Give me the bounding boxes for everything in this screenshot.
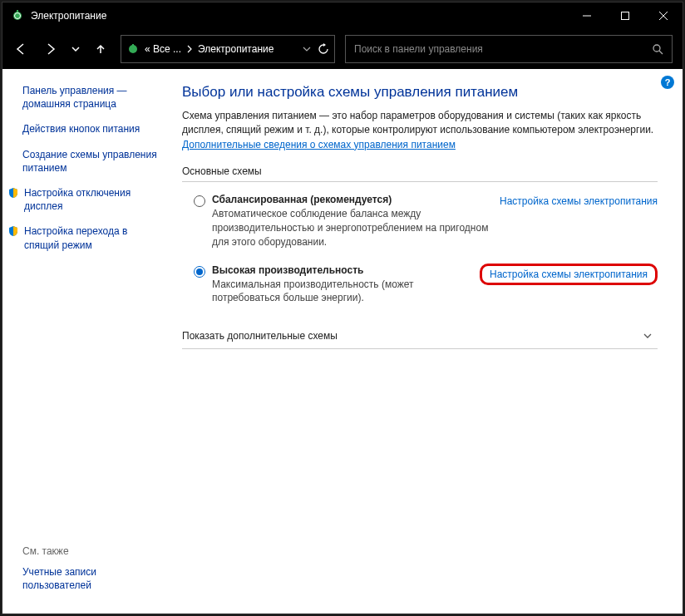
address-bar[interactable]: « Все ... Электропитание bbox=[121, 35, 335, 63]
sidebar-item-create-plan[interactable]: Создание схемы управления питанием bbox=[22, 148, 164, 175]
sidebar-item-label: Настройка перехода в спящий режим bbox=[24, 224, 164, 251]
plan-name: Сбалансированная (рекомендуется) bbox=[212, 194, 493, 205]
page-description: Схема управления питанием — это набор па… bbox=[182, 109, 658, 152]
radio-high-performance[interactable] bbox=[194, 266, 205, 278]
forward-button[interactable] bbox=[37, 36, 64, 62]
back-button[interactable] bbox=[7, 36, 34, 62]
refresh-button[interactable] bbox=[318, 43, 329, 55]
plan-name: Высокая производительность bbox=[212, 264, 473, 276]
close-button[interactable] bbox=[644, 2, 683, 29]
navbar: « Все ... Электропитание bbox=[2, 29, 683, 69]
svg-rect-8 bbox=[132, 44, 134, 48]
svg-line-10 bbox=[659, 51, 663, 54]
sidebar-home-link[interactable]: Панель управления — домашняя страница bbox=[22, 84, 164, 111]
plan-balanced[interactable]: Сбалансированная (рекомендуется) Автомат… bbox=[182, 190, 658, 252]
maximize-button[interactable] bbox=[606, 2, 644, 29]
plan-desc: Максимальная производительность (может п… bbox=[212, 278, 473, 306]
plan-settings-link[interactable]: Настройка схемы электропитания bbox=[500, 195, 658, 207]
up-button[interactable] bbox=[87, 36, 114, 62]
plan-high-performance[interactable]: Высокая производительность Максимальная … bbox=[182, 261, 658, 309]
titlebar: Электропитание bbox=[2, 2, 683, 29]
search-icon bbox=[652, 43, 663, 55]
shield-icon bbox=[7, 225, 19, 237]
radio-balanced[interactable] bbox=[194, 195, 205, 207]
svg-point-9 bbox=[653, 45, 660, 52]
svg-rect-4 bbox=[622, 12, 629, 20]
see-also-label: См. также bbox=[22, 545, 164, 557]
section-header: Основные схемы bbox=[182, 165, 658, 182]
expand-label: Показать дополнительные схемы bbox=[182, 330, 338, 342]
app-icon bbox=[11, 9, 24, 22]
address-icon bbox=[126, 42, 140, 56]
shield-icon bbox=[7, 187, 19, 199]
address-dropdown-icon[interactable] bbox=[303, 45, 311, 53]
help-icon[interactable]: ? bbox=[661, 76, 674, 89]
expand-additional-plans[interactable]: Показать дополнительные схемы bbox=[182, 323, 658, 349]
sidebar-item-display-off[interactable]: Настройка отключения дисплея bbox=[7, 186, 164, 213]
window-title: Электропитание bbox=[31, 10, 568, 22]
sidebar: Панель управления — домашняя страница Де… bbox=[2, 69, 174, 614]
main-panel: Выбор или настройка схемы управления пит… bbox=[174, 69, 683, 614]
content-area: ? Панель управления — домашняя страница … bbox=[2, 69, 683, 614]
sidebar-item-sleep[interactable]: Настройка перехода в спящий режим bbox=[7, 224, 164, 251]
search-input[interactable] bbox=[354, 43, 652, 55]
address-current: Электропитание bbox=[198, 43, 274, 55]
chevron-down-icon bbox=[643, 331, 653, 341]
search-bar[interactable] bbox=[345, 35, 673, 63]
recent-dropdown[interactable] bbox=[67, 36, 84, 62]
plan-settings-link-highlighted[interactable]: Настройка схемы электропитания bbox=[480, 264, 658, 285]
plan-desc: Автоматическое соблюдение баланса между … bbox=[212, 207, 493, 249]
chevron-right-icon bbox=[186, 45, 193, 53]
learn-more-link[interactable]: Дополнительные сведения о схемах управле… bbox=[182, 139, 456, 150]
sidebar-seealso-link[interactable]: Учетные записи пользователей bbox=[22, 565, 164, 592]
sidebar-item-label: Настройка отключения дисплея bbox=[24, 186, 164, 213]
window-controls bbox=[568, 2, 683, 29]
sidebar-item-power-buttons[interactable]: Действия кнопок питания bbox=[22, 122, 164, 136]
address-prefix: « Все ... bbox=[145, 43, 181, 55]
window: Электропитание « Все ... Электропитание bbox=[2, 2, 683, 614]
page-title: Выбор или настройка схемы управления пит… bbox=[182, 84, 658, 101]
minimize-button[interactable] bbox=[568, 2, 606, 29]
